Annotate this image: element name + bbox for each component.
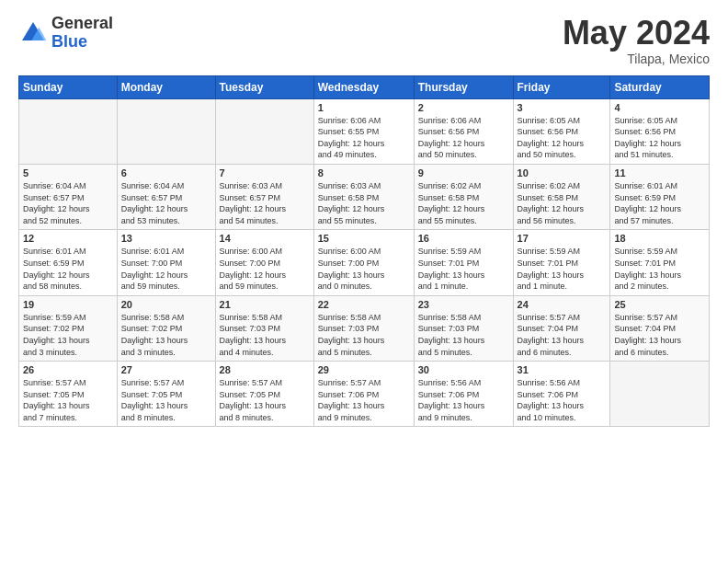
calendar-cell: 27Sunrise: 5:57 AM Sunset: 7:05 PM Dayli…: [117, 362, 215, 427]
day-number: 13: [121, 233, 211, 244]
col-header-thursday: Thursday: [414, 75, 513, 98]
day-info: Sunrise: 6:03 AM Sunset: 6:58 PM Dayligh…: [318, 180, 410, 226]
day-number: 27: [121, 364, 211, 375]
calendar-cell: 14Sunrise: 6:00 AM Sunset: 7:00 PM Dayli…: [215, 230, 313, 295]
day-info: Sunrise: 6:04 AM Sunset: 6:57 PM Dayligh…: [121, 180, 211, 226]
calendar-cell: 5Sunrise: 6:04 AM Sunset: 6:57 PM Daylig…: [19, 164, 118, 229]
day-info: Sunrise: 5:57 AM Sunset: 7:04 PM Dayligh…: [614, 312, 705, 358]
page: General Blue May 2024 Tilapa, Mexico Sun…: [0, 0, 728, 563]
calendar-cell: 8Sunrise: 6:03 AM Sunset: 6:58 PM Daylig…: [313, 164, 414, 229]
calendar-cell: 25Sunrise: 5:57 AM Sunset: 7:04 PM Dayli…: [610, 295, 710, 361]
month-title: May 2024: [563, 15, 710, 52]
week-row-1: 5Sunrise: 6:04 AM Sunset: 6:57 PM Daylig…: [19, 164, 710, 229]
day-info: Sunrise: 5:58 AM Sunset: 7:03 PM Dayligh…: [418, 312, 509, 358]
week-row-4: 26Sunrise: 5:57 AM Sunset: 7:05 PM Dayli…: [19, 362, 710, 427]
calendar-cell: [610, 362, 710, 427]
day-info: Sunrise: 5:56 AM Sunset: 7:06 PM Dayligh…: [518, 377, 607, 423]
day-number: 15: [318, 233, 410, 244]
col-header-saturday: Saturday: [610, 75, 710, 98]
calendar-cell: 2Sunrise: 6:06 AM Sunset: 6:56 PM Daylig…: [414, 98, 513, 164]
calendar-cell: 11Sunrise: 6:01 AM Sunset: 6:59 PM Dayli…: [610, 164, 710, 229]
week-row-0: 1Sunrise: 6:06 AM Sunset: 6:55 PM Daylig…: [19, 98, 710, 164]
day-info: Sunrise: 6:06 AM Sunset: 6:56 PM Dayligh…: [418, 115, 509, 161]
day-info: Sunrise: 5:59 AM Sunset: 7:02 PM Dayligh…: [23, 312, 113, 358]
day-info: Sunrise: 5:59 AM Sunset: 7:01 PM Dayligh…: [614, 246, 705, 292]
calendar-cell: 26Sunrise: 5:57 AM Sunset: 7:05 PM Dayli…: [19, 362, 118, 427]
day-info: Sunrise: 5:58 AM Sunset: 7:03 PM Dayligh…: [220, 312, 310, 358]
col-header-sunday: Sunday: [19, 75, 118, 98]
day-number: 12: [23, 233, 113, 244]
calendar: SundayMondayTuesdayWednesdayThursdayFrid…: [18, 75, 710, 428]
logo: General Blue: [18, 15, 113, 52]
day-info: Sunrise: 6:01 AM Sunset: 6:59 PM Dayligh…: [614, 180, 705, 226]
day-info: Sunrise: 5:59 AM Sunset: 7:01 PM Dayligh…: [518, 246, 607, 292]
day-number: 10: [518, 167, 607, 178]
day-info: Sunrise: 6:04 AM Sunset: 6:57 PM Dayligh…: [23, 180, 113, 226]
day-number: 1: [318, 102, 410, 113]
calendar-cell: 10Sunrise: 6:02 AM Sunset: 6:58 PM Dayli…: [513, 164, 610, 229]
day-info: Sunrise: 5:58 AM Sunset: 7:03 PM Dayligh…: [318, 312, 410, 358]
day-number: 5: [23, 167, 113, 178]
day-info: Sunrise: 5:56 AM Sunset: 7:06 PM Dayligh…: [418, 377, 509, 423]
day-number: 26: [23, 364, 113, 375]
col-header-tuesday: Tuesday: [215, 75, 313, 98]
day-info: Sunrise: 6:03 AM Sunset: 6:57 PM Dayligh…: [220, 180, 310, 226]
col-header-wednesday: Wednesday: [313, 75, 414, 98]
calendar-cell: 20Sunrise: 5:58 AM Sunset: 7:02 PM Dayli…: [117, 295, 215, 361]
day-info: Sunrise: 6:01 AM Sunset: 7:00 PM Dayligh…: [121, 246, 211, 292]
calendar-cell: 23Sunrise: 5:58 AM Sunset: 7:03 PM Dayli…: [414, 295, 513, 361]
day-number: 4: [614, 102, 705, 113]
day-info: Sunrise: 5:57 AM Sunset: 7:05 PM Dayligh…: [220, 377, 310, 423]
day-number: 8: [318, 167, 410, 178]
day-number: 7: [220, 167, 310, 178]
day-number: 22: [318, 299, 410, 310]
day-info: Sunrise: 6:06 AM Sunset: 6:55 PM Dayligh…: [318, 115, 410, 161]
day-number: 23: [418, 299, 509, 310]
day-number: 16: [418, 233, 509, 244]
calendar-cell: 9Sunrise: 6:02 AM Sunset: 6:58 PM Daylig…: [414, 164, 513, 229]
calendar-cell: 31Sunrise: 5:56 AM Sunset: 7:06 PM Dayli…: [513, 362, 610, 427]
day-info: Sunrise: 5:57 AM Sunset: 7:05 PM Dayligh…: [121, 377, 211, 423]
calendar-cell: 18Sunrise: 5:59 AM Sunset: 7:01 PM Dayli…: [610, 230, 710, 295]
logo-icon: [18, 18, 48, 48]
day-number: 24: [518, 299, 607, 310]
week-row-2: 12Sunrise: 6:01 AM Sunset: 6:59 PM Dayli…: [19, 230, 710, 295]
week-row-3: 19Sunrise: 5:59 AM Sunset: 7:02 PM Dayli…: [19, 295, 710, 361]
day-number: 14: [220, 233, 310, 244]
day-number: 3: [518, 102, 607, 113]
day-number: 6: [121, 167, 211, 178]
day-info: Sunrise: 5:57 AM Sunset: 7:04 PM Dayligh…: [518, 312, 607, 358]
calendar-cell: 3Sunrise: 6:05 AM Sunset: 6:56 PM Daylig…: [513, 98, 610, 164]
calendar-cell: [215, 98, 313, 164]
day-info: Sunrise: 5:57 AM Sunset: 7:06 PM Dayligh…: [318, 377, 410, 423]
calendar-cell: [117, 98, 215, 164]
day-info: Sunrise: 5:57 AM Sunset: 7:05 PM Dayligh…: [23, 377, 113, 423]
day-info: Sunrise: 6:00 AM Sunset: 7:00 PM Dayligh…: [318, 246, 410, 292]
calendar-cell: 4Sunrise: 6:05 AM Sunset: 6:56 PM Daylig…: [610, 98, 710, 164]
calendar-cell: 24Sunrise: 5:57 AM Sunset: 7:04 PM Dayli…: [513, 295, 610, 361]
calendar-cell: 19Sunrise: 5:59 AM Sunset: 7:02 PM Dayli…: [19, 295, 118, 361]
calendar-cell: 17Sunrise: 5:59 AM Sunset: 7:01 PM Dayli…: [513, 230, 610, 295]
day-number: 31: [518, 364, 607, 375]
calendar-cell: 7Sunrise: 6:03 AM Sunset: 6:57 PM Daylig…: [215, 164, 313, 229]
calendar-cell: 22Sunrise: 5:58 AM Sunset: 7:03 PM Dayli…: [313, 295, 414, 361]
day-info: Sunrise: 6:00 AM Sunset: 7:00 PM Dayligh…: [220, 246, 310, 292]
col-header-monday: Monday: [117, 75, 215, 98]
calendar-cell: [19, 98, 118, 164]
day-number: 17: [518, 233, 607, 244]
day-number: 18: [614, 233, 705, 244]
day-number: 30: [418, 364, 509, 375]
logo-general-text: General: [51, 15, 113, 33]
header: General Blue May 2024 Tilapa, Mexico: [18, 15, 710, 66]
day-info: Sunrise: 6:05 AM Sunset: 6:56 PM Dayligh…: [614, 115, 705, 161]
day-number: 9: [418, 167, 509, 178]
calendar-cell: 13Sunrise: 6:01 AM Sunset: 7:00 PM Dayli…: [117, 230, 215, 295]
title-block: May 2024 Tilapa, Mexico: [563, 15, 710, 66]
day-number: 2: [418, 102, 509, 113]
location: Tilapa, Mexico: [563, 52, 710, 66]
day-number: 25: [614, 299, 705, 310]
calendar-header-row: SundayMondayTuesdayWednesdayThursdayFrid…: [19, 75, 710, 98]
calendar-cell: 12Sunrise: 6:01 AM Sunset: 6:59 PM Dayli…: [19, 230, 118, 295]
day-info: Sunrise: 5:59 AM Sunset: 7:01 PM Dayligh…: [418, 246, 509, 292]
day-number: 11: [614, 167, 705, 178]
